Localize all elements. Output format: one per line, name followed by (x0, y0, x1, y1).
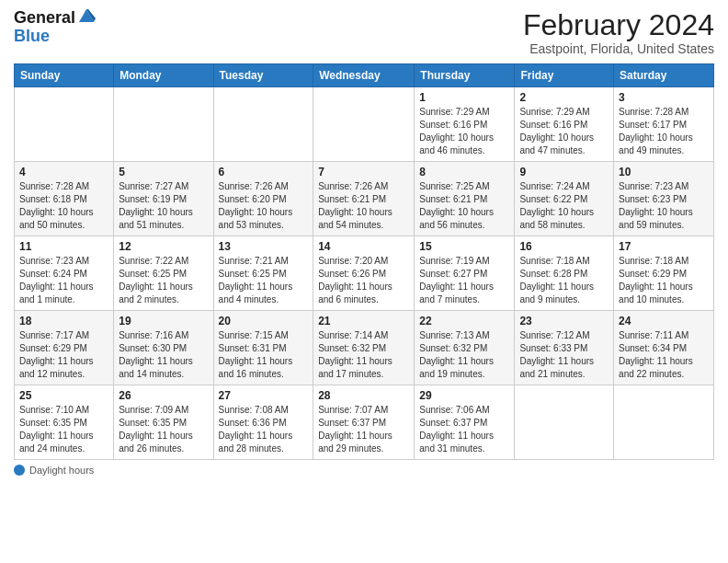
day-info: Sunrise: 7:23 AM Sunset: 6:24 PM Dayligh… (19, 255, 108, 306)
calendar-cell: 13Sunrise: 7:21 AM Sunset: 6:25 PM Dayli… (213, 236, 313, 311)
day-info: Sunrise: 7:09 AM Sunset: 6:35 PM Dayligh… (119, 404, 208, 455)
day-number: 21 (318, 315, 409, 327)
header: General Blue February 2024 Eastpoint, Fl… (14, 9, 714, 56)
day-info: Sunrise: 7:28 AM Sunset: 6:18 PM Dayligh… (19, 180, 108, 232)
footer-label: Daylight hours (29, 465, 94, 476)
calendar-week-0: 1Sunrise: 7:29 AM Sunset: 6:16 PM Daylig… (15, 87, 714, 162)
day-number: 1 (419, 91, 509, 104)
calendar-cell: 23Sunrise: 7:12 AM Sunset: 6:33 PM Dayli… (515, 311, 614, 385)
calendar-cell: 8Sunrise: 7:25 AM Sunset: 6:21 PM Daylig… (415, 162, 515, 236)
day-info: Sunrise: 7:18 AM Sunset: 6:28 PM Dayligh… (519, 255, 609, 306)
day-number: 11 (19, 240, 108, 253)
calendar-dow-tuesday: Tuesday (213, 64, 313, 87)
day-number: 3 (619, 91, 709, 104)
calendar-cell: 12Sunrise: 7:22 AM Sunset: 6:25 PM Dayli… (114, 236, 213, 311)
footer-dot (14, 465, 25, 476)
calendar-dow-monday: Monday (114, 64, 213, 87)
calendar-cell (614, 385, 714, 460)
day-number: 10 (619, 166, 709, 178)
calendar-week-4: 25Sunrise: 7:10 AM Sunset: 6:35 PM Dayli… (15, 385, 714, 460)
calendar-dow-thursday: Thursday (415, 64, 515, 87)
day-number: 22 (419, 315, 509, 327)
day-info: Sunrise: 7:18 AM Sunset: 6:29 PM Dayligh… (619, 255, 709, 306)
calendar-cell: 3Sunrise: 7:28 AM Sunset: 6:17 PM Daylig… (614, 87, 714, 162)
day-number: 8 (419, 166, 509, 178)
calendar-cell (515, 385, 614, 460)
calendar-dow-sunday: Sunday (15, 64, 114, 87)
calendar-week-3: 18Sunrise: 7:17 AM Sunset: 6:29 PM Dayli… (15, 311, 714, 385)
calendar-cell (213, 87, 313, 162)
day-info: Sunrise: 7:13 AM Sunset: 6:32 PM Dayligh… (419, 329, 509, 381)
calendar-header-row: SundayMondayTuesdayWednesdayThursdayFrid… (15, 64, 714, 87)
day-info: Sunrise: 7:21 AM Sunset: 6:25 PM Dayligh… (219, 255, 309, 306)
calendar-cell: 2Sunrise: 7:29 AM Sunset: 6:16 PM Daylig… (515, 87, 614, 162)
calendar-week-1: 4Sunrise: 7:28 AM Sunset: 6:18 PM Daylig… (15, 162, 714, 236)
calendar-cell: 26Sunrise: 7:09 AM Sunset: 6:35 PM Dayli… (114, 385, 213, 460)
calendar-cell (114, 87, 213, 162)
calendar-cell: 25Sunrise: 7:10 AM Sunset: 6:35 PM Dayli… (15, 385, 114, 460)
day-number: 26 (119, 389, 208, 402)
calendar-cell: 22Sunrise: 7:13 AM Sunset: 6:32 PM Dayli… (415, 311, 515, 385)
calendar-cell: 27Sunrise: 7:08 AM Sunset: 6:36 PM Dayli… (213, 385, 313, 460)
calendar-cell: 21Sunrise: 7:14 AM Sunset: 6:32 PM Dayli… (313, 311, 415, 385)
day-number: 9 (519, 166, 609, 178)
day-number: 5 (119, 166, 208, 178)
day-number: 15 (419, 240, 509, 253)
day-info: Sunrise: 7:26 AM Sunset: 6:20 PM Dayligh… (219, 180, 309, 232)
day-info: Sunrise: 7:06 AM Sunset: 6:37 PM Dayligh… (419, 404, 509, 455)
day-info: Sunrise: 7:22 AM Sunset: 6:25 PM Dayligh… (119, 255, 208, 306)
calendar-cell: 20Sunrise: 7:15 AM Sunset: 6:31 PM Dayli… (213, 311, 313, 385)
day-info: Sunrise: 7:27 AM Sunset: 6:19 PM Dayligh… (119, 180, 208, 232)
calendar-cell: 6Sunrise: 7:26 AM Sunset: 6:20 PM Daylig… (213, 162, 313, 236)
calendar-cell (313, 87, 415, 162)
calendar-cell: 19Sunrise: 7:16 AM Sunset: 6:30 PM Dayli… (114, 311, 213, 385)
calendar-dow-friday: Friday (515, 64, 614, 87)
calendar-cell: 24Sunrise: 7:11 AM Sunset: 6:34 PM Dayli… (614, 311, 714, 385)
calendar-cell (15, 87, 114, 162)
day-info: Sunrise: 7:10 AM Sunset: 6:35 PM Dayligh… (19, 404, 108, 455)
day-info: Sunrise: 7:23 AM Sunset: 6:23 PM Dayligh… (619, 180, 709, 232)
calendar-week-2: 11Sunrise: 7:23 AM Sunset: 6:24 PM Dayli… (15, 236, 714, 311)
day-info: Sunrise: 7:07 AM Sunset: 6:37 PM Dayligh… (318, 404, 409, 455)
day-number: 25 (19, 389, 108, 402)
day-number: 6 (219, 166, 309, 178)
day-info: Sunrise: 7:19 AM Sunset: 6:27 PM Dayligh… (419, 255, 509, 306)
day-number: 24 (619, 315, 709, 327)
calendar-cell: 15Sunrise: 7:19 AM Sunset: 6:27 PM Dayli… (415, 236, 515, 311)
day-number: 18 (19, 315, 108, 327)
day-info: Sunrise: 7:08 AM Sunset: 6:36 PM Dayligh… (219, 404, 309, 455)
calendar: SundayMondayTuesdayWednesdayThursdayFrid… (14, 63, 714, 460)
day-number: 20 (219, 315, 309, 327)
calendar-dow-wednesday: Wednesday (313, 64, 415, 87)
calendar-cell: 10Sunrise: 7:23 AM Sunset: 6:23 PM Dayli… (614, 162, 714, 236)
day-info: Sunrise: 7:15 AM Sunset: 6:31 PM Dayligh… (219, 329, 309, 381)
day-number: 27 (219, 389, 309, 402)
day-info: Sunrise: 7:28 AM Sunset: 6:17 PM Dayligh… (619, 106, 709, 157)
logo-text-blue: Blue (14, 28, 96, 46)
calendar-cell: 16Sunrise: 7:18 AM Sunset: 6:28 PM Dayli… (515, 236, 614, 311)
day-info: Sunrise: 7:29 AM Sunset: 6:16 PM Dayligh… (419, 106, 509, 157)
day-number: 29 (419, 389, 509, 402)
day-info: Sunrise: 7:29 AM Sunset: 6:16 PM Dayligh… (519, 106, 609, 157)
calendar-cell: 17Sunrise: 7:18 AM Sunset: 6:29 PM Dayli… (614, 236, 714, 311)
day-number: 13 (219, 240, 309, 253)
page: General Blue February 2024 Eastpoint, Fl… (0, 0, 728, 563)
day-info: Sunrise: 7:20 AM Sunset: 6:26 PM Dayligh… (318, 255, 409, 306)
day-info: Sunrise: 7:12 AM Sunset: 6:33 PM Dayligh… (519, 329, 609, 381)
calendar-cell: 9Sunrise: 7:24 AM Sunset: 6:22 PM Daylig… (515, 162, 614, 236)
calendar-cell: 5Sunrise: 7:27 AM Sunset: 6:19 PM Daylig… (114, 162, 213, 236)
calendar-cell: 11Sunrise: 7:23 AM Sunset: 6:24 PM Dayli… (15, 236, 114, 311)
calendar-cell: 4Sunrise: 7:28 AM Sunset: 6:18 PM Daylig… (15, 162, 114, 236)
main-title: February 2024 (523, 9, 714, 41)
day-info: Sunrise: 7:11 AM Sunset: 6:34 PM Dayligh… (619, 329, 709, 381)
subtitle: Eastpoint, Florida, United States (523, 41, 714, 56)
day-number: 14 (318, 240, 409, 253)
title-block: February 2024 Eastpoint, Florida, United… (523, 9, 714, 56)
logo-text-general: General (14, 9, 75, 28)
day-info: Sunrise: 7:17 AM Sunset: 6:29 PM Dayligh… (19, 329, 108, 381)
calendar-cell: 1Sunrise: 7:29 AM Sunset: 6:16 PM Daylig… (415, 87, 515, 162)
logo: General Blue (14, 9, 96, 46)
calendar-cell: 14Sunrise: 7:20 AM Sunset: 6:26 PM Dayli… (313, 236, 415, 311)
calendar-dow-saturday: Saturday (614, 64, 714, 87)
day-number: 19 (119, 315, 208, 327)
